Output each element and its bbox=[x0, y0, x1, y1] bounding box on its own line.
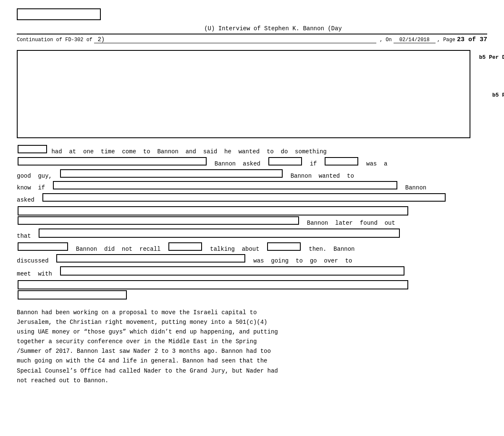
redact-4a bbox=[53, 181, 397, 189]
redact-5a bbox=[42, 193, 446, 202]
main-paragraph: Bannon had been working on a proposal to… bbox=[17, 308, 395, 386]
text-row-3: good guy, Bannon wanted to bbox=[17, 169, 470, 181]
b5-dod-label: b5 Per DOD bbox=[492, 92, 504, 98]
text-row-6 bbox=[17, 206, 470, 215]
redact-10a bbox=[56, 254, 245, 263]
redact-2c bbox=[325, 157, 358, 165]
redact-12a bbox=[18, 280, 408, 289]
text-row-8: that bbox=[17, 229, 470, 242]
subject-field: 2) bbox=[94, 36, 376, 43]
redact-13a bbox=[18, 290, 127, 299]
large-redaction-block bbox=[17, 50, 470, 138]
redact-11a bbox=[60, 266, 404, 276]
text-row-7: Bannon later found out bbox=[17, 216, 470, 229]
header-box-top bbox=[17, 8, 101, 20]
text-row-9: Bannon did not recall talking about then… bbox=[17, 242, 470, 255]
date-field: 02/14/2018 bbox=[394, 37, 436, 43]
redact-2a bbox=[18, 157, 207, 165]
redact-8a bbox=[39, 229, 400, 238]
document-title: (U) Interview of Stephen K. Bannon (Day bbox=[59, 25, 487, 32]
page-number: 23 of 37 bbox=[457, 36, 487, 43]
on-label: , On bbox=[380, 37, 392, 43]
redact-7a bbox=[18, 216, 299, 225]
b5-doj-label: b5 Per DOJ/OIP bbox=[479, 54, 504, 60]
text-row-4: know if Bannon bbox=[17, 181, 470, 193]
page-label: , Page bbox=[437, 37, 455, 43]
text-row-12 bbox=[17, 280, 470, 289]
continuation-label: Continuation of FD-302 of bbox=[17, 37, 92, 43]
text-row-13 bbox=[17, 290, 470, 299]
text-row-1: had at one time come to Bannon and said … bbox=[17, 145, 470, 157]
redact-9b bbox=[168, 242, 202, 251]
redact-2b bbox=[268, 157, 302, 165]
continuation-line: Continuation of FD-302 of 2) , On 02/14/… bbox=[17, 34, 487, 43]
redact-1a bbox=[18, 145, 47, 153]
redact-9c bbox=[267, 242, 301, 251]
text-row-2: Bannon asked if was a bbox=[17, 157, 470, 169]
text-row-11: meet with bbox=[17, 266, 470, 279]
redact-9a bbox=[18, 242, 68, 251]
text-row-10: discussed was going to go over to bbox=[17, 254, 470, 266]
redact-3a bbox=[60, 169, 283, 178]
content-lines: had at one time come to Bannon and said … bbox=[17, 145, 470, 299]
text-row-5: asked bbox=[17, 193, 470, 205]
redact-6a bbox=[18, 206, 408, 215]
